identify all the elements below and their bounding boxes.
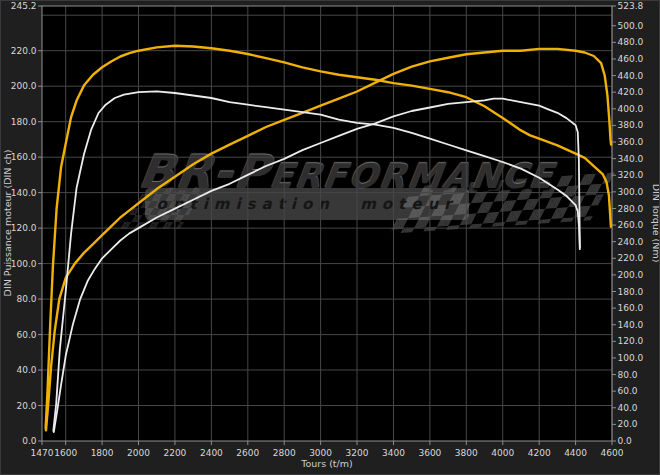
x-tick-label: 4000 (491, 448, 514, 458)
y-right-tick-label: 20.0 (618, 419, 638, 429)
y-left-tick-label: 100.0 (11, 259, 37, 269)
curve-power-original (54, 99, 580, 433)
gridlines (42, 6, 612, 441)
y-right-tick-label: 420.0 (618, 87, 644, 97)
x-tick-label: 3800 (455, 448, 478, 458)
curve-power-optimized (46, 49, 611, 431)
x-tick-label: 4600 (601, 448, 624, 458)
y-right-tick-label: 220.0 (618, 253, 644, 263)
x-tick-label: 2800 (273, 448, 296, 458)
y-left-tick-label: 40.0 (16, 365, 36, 375)
y-right-tick-label: 0.0 (618, 436, 633, 446)
x-tick-label: 3400 (382, 448, 405, 458)
y-left-tick-label: 120.0 (11, 223, 37, 233)
y-left-tick-label: 180.0 (11, 117, 37, 127)
x-axis-title: Tours (t/m) (300, 458, 353, 469)
x-tick-label: 3200 (346, 448, 369, 458)
y-right-tick-label: 460.0 (618, 54, 644, 64)
x-tick-label: 2600 (236, 448, 259, 458)
y-right-tick-label: 280.0 (618, 204, 644, 214)
y-right-tick-label: 380.0 (618, 120, 644, 130)
y-right-tick-label: 60.0 (618, 386, 638, 396)
y-left-tick-label: 60.0 (16, 330, 36, 340)
y-left-tick-label: 160.0 (11, 152, 37, 162)
y-right-tick-label: 140.0 (618, 320, 644, 330)
x-tick-label: 4400 (564, 448, 587, 458)
y-right-tick-label: 320.0 (618, 170, 644, 180)
x-tick-label: 1470 (31, 448, 54, 458)
x-tick-label: 4200 (528, 448, 551, 458)
x-tick-label: 2200 (163, 448, 186, 458)
y-right-tick-label: 440.0 (618, 71, 644, 81)
y-right-tick-label: 120.0 (618, 336, 644, 346)
y-right-tick-label: 523.8 (618, 1, 644, 11)
y-right-tick-label: 300.0 (618, 187, 644, 197)
y-right-tick-label: 400.0 (618, 104, 644, 114)
y-right-tick-label: 500.0 (618, 21, 644, 31)
y-right-tick-label: 160.0 (618, 303, 644, 313)
y-left-tick-label: 140.0 (11, 188, 37, 198)
x-tick-label: 2000 (127, 448, 150, 458)
y-right-tick-label: 80.0 (618, 370, 638, 380)
y-right-tick-label: 240.0 (618, 237, 644, 247)
dyno-chart-window: BR-PERFORMANCE optimisation moteur 245.2… (0, 0, 660, 475)
y-right-tick-label: 180.0 (618, 287, 644, 297)
x-tick-label: 2400 (200, 448, 223, 458)
dyno-curves (46, 46, 612, 432)
y-left-tick-label: 20.0 (16, 401, 36, 411)
y-right-tick-label: 360.0 (618, 137, 644, 147)
y-right-axis-title: DIN Torque (Nm) (651, 184, 660, 263)
y-right-tick-label: 200.0 (618, 270, 644, 280)
x-tick-label: 1800 (91, 448, 114, 458)
y-right-tick-label: 480.0 (618, 37, 644, 47)
axis-tick-labels: 245.2220.0200.0180.0160.0140.0120.0100.0… (11, 1, 644, 458)
y-right-tick-label: 40.0 (618, 403, 638, 413)
x-tick-label: 1600 (54, 448, 77, 458)
y-left-tick-label: 200.0 (11, 81, 37, 91)
y-left-axis-title: DIN Puissance moteur (DIN ch) (2, 150, 13, 297)
x-tick-label: 3000 (309, 448, 332, 458)
y-left-tick-label: 220.0 (11, 46, 37, 56)
y-left-tick-label: 0.0 (22, 436, 37, 446)
y-right-tick-label: 100.0 (618, 353, 644, 363)
y-right-tick-label: 260.0 (618, 220, 644, 230)
y-left-tick-label: 80.0 (16, 294, 36, 304)
x-tick-label: 3600 (418, 448, 441, 458)
y-left-tick-label: 245.2 (11, 1, 37, 11)
dyno-chart-svg: 245.2220.0200.0180.0160.0140.0120.0100.0… (1, 1, 660, 475)
y-right-tick-label: 340.0 (618, 154, 644, 164)
plot-border (42, 6, 612, 441)
curve-torque-original (53, 91, 580, 431)
